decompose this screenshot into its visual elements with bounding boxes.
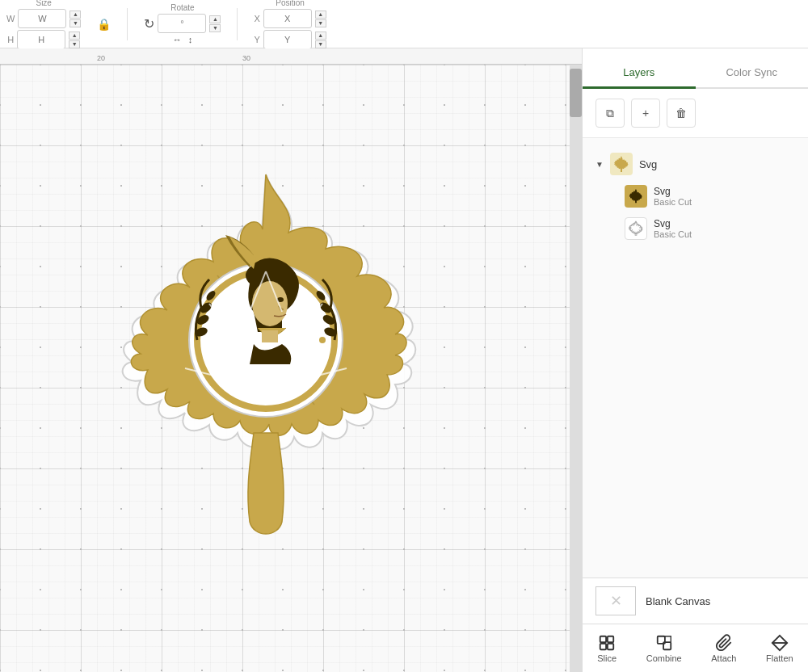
toolbar-position-group: Position X ▲ ▼ Y ▲ ▼	[254, 0, 326, 49]
layer-item-type-1: Basic Cut	[654, 229, 692, 239]
layer-group-svg: ▼ Svg	[583, 145, 808, 248]
scrollbar-vertical[interactable]	[570, 65, 582, 672]
x-input[interactable]	[263, 9, 312, 28]
layer-group-thumb	[610, 153, 633, 175]
rotate-up[interactable]: ▲	[209, 15, 221, 23]
blank-canvas-x-icon: ✕	[610, 592, 622, 610]
sep-1	[127, 8, 128, 40]
canvas-area: 20 30	[0, 48, 582, 672]
blank-canvas-label: Blank Canvas	[646, 595, 710, 607]
layer-item-0[interactable]: Svg Basic Cut	[625, 180, 795, 212]
attach-label: Attach	[711, 653, 736, 663]
flip-v-icon[interactable]: ↕	[188, 35, 193, 44]
width-input[interactable]	[18, 9, 66, 28]
h-label: H	[7, 35, 14, 44]
layer-item-thumb-0	[625, 185, 647, 208]
right-panel: Layers Color Sync ⧉ + 🗑 ▼	[582, 48, 808, 672]
y-up[interactable]: ▲	[315, 32, 326, 40]
flatten-icon	[771, 634, 789, 652]
design-svg	[72, 134, 460, 603]
leaf-thumb-icon-gold	[627, 187, 645, 205]
layer-item-1[interactable]: Svg Basic Cut	[625, 212, 795, 245]
svg-rect-16	[262, 330, 278, 342]
panel-toolbar: ⧉ + 🗑	[583, 89, 808, 138]
layer-children: Svg Basic Cut Svg	[625, 180, 795, 245]
flatten-button[interactable]: Flatten	[766, 634, 793, 663]
layer-item-type-0: Basic Cut	[654, 197, 692, 207]
delete-layer-button[interactable]: 🗑	[667, 99, 696, 128]
slice-button[interactable]: Slice	[597, 634, 617, 663]
attach-button[interactable]: Attach	[711, 634, 736, 663]
trash-icon: 🗑	[675, 107, 687, 120]
layer-item-info-1: Svg Basic Cut	[654, 218, 692, 239]
rotate-input[interactable]	[158, 14, 206, 33]
w-label: W	[6, 14, 15, 23]
tab-color-sync[interactable]: Color Sync	[696, 58, 809, 89]
maple-leaf-icon-gold	[612, 154, 631, 174]
svg-point-14	[252, 281, 288, 326]
panel-tabs: Layers Color Sync	[583, 48, 808, 89]
panel-bottom-actions: Slice Combine Attach	[583, 624, 808, 672]
y-input[interactable]	[263, 30, 312, 49]
width-up[interactable]: ▲	[69, 10, 81, 19]
svg-rect-23	[600, 643, 606, 649]
size-label: Size	[36, 0, 51, 7]
sep-2	[237, 8, 238, 40]
toolbar: Size W ▲ ▼ H ▲ ▼ 🔒 Rotate ↻ ▲ ▼	[0, 0, 808, 48]
height-spinner[interactable]: ▲ ▼	[69, 32, 80, 48]
ruler-mark-30: 30	[242, 54, 250, 62]
rotate-label: Rotate	[170, 3, 194, 12]
add-layer-button[interactable]: +	[631, 99, 660, 128]
blank-canvas-thumb: ✕	[595, 586, 636, 615]
chevron-down-icon: ▼	[595, 160, 604, 169]
duplicate-icon: ⧉	[606, 107, 614, 120]
layer-group-name: Svg	[639, 158, 657, 170]
layer-item-thumb-1	[625, 217, 647, 240]
height-input[interactable]	[17, 30, 65, 49]
combine-button[interactable]: Combine	[646, 634, 682, 663]
x-spinner[interactable]: ▲ ▼	[315, 10, 326, 27]
x-label: X	[254, 14, 259, 23]
rotate-icon[interactable]: ↻	[144, 16, 154, 32]
scrollbar-thumb[interactable]	[570, 69, 582, 117]
lock-icon[interactable]: 🔒	[97, 18, 111, 31]
slice-label: Slice	[597, 653, 617, 663]
tab-layers[interactable]: Layers	[583, 58, 696, 89]
grid-canvas[interactable]	[0, 65, 570, 672]
attach-icon	[715, 634, 733, 652]
combine-label: Combine	[646, 653, 682, 663]
layer-item-name-0: Svg	[654, 186, 692, 197]
layers-list: ▼ Svg	[583, 138, 808, 578]
blank-canvas-bar: ✕ Blank Canvas	[583, 578, 808, 624]
svg-rect-18	[621, 169, 622, 172]
width-down[interactable]: ▼	[69, 19, 81, 27]
layer-item-name-1: Svg	[654, 218, 692, 229]
y-down[interactable]: ▼	[315, 40, 326, 48]
main-area: 20 30	[0, 48, 808, 672]
svg-rect-21	[600, 636, 606, 641]
add-icon: +	[642, 107, 649, 120]
flip-h-icon[interactable]: ↔	[173, 35, 182, 44]
x-up[interactable]: ▲	[315, 10, 326, 19]
y-label: Y	[254, 35, 259, 44]
layer-item-info-0: Svg Basic Cut	[654, 186, 692, 207]
layer-group-header[interactable]: ▼ Svg	[595, 148, 795, 180]
x-down[interactable]: ▼	[315, 19, 326, 27]
width-spinner[interactable]: ▲ ▼	[69, 10, 81, 27]
height-up[interactable]: ▲	[69, 32, 80, 40]
y-spinner[interactable]: ▲ ▼	[315, 32, 326, 48]
slice-icon	[598, 634, 616, 652]
rotate-down[interactable]: ▼	[209, 24, 221, 32]
duplicate-layer-button[interactable]: ⧉	[595, 99, 625, 128]
rotate-spinner[interactable]: ▲ ▼	[209, 15, 221, 32]
svg-rect-22	[608, 636, 613, 641]
svg-rect-24	[608, 643, 613, 649]
position-label: Position	[276, 0, 305, 7]
svg-rect-19	[635, 201, 637, 204]
flatten-label: Flatten	[766, 653, 793, 663]
toolbar-size-group: Size W ▲ ▼ H ▲ ▼	[6, 0, 81, 49]
toolbar-rotate-group: Rotate ↻ ▲ ▼ ↔ ↕	[144, 3, 221, 44]
ruler-horizontal: 20 30	[0, 48, 582, 65]
leaf-thumb-icon-white	[627, 220, 645, 237]
height-down[interactable]: ▼	[69, 40, 80, 48]
